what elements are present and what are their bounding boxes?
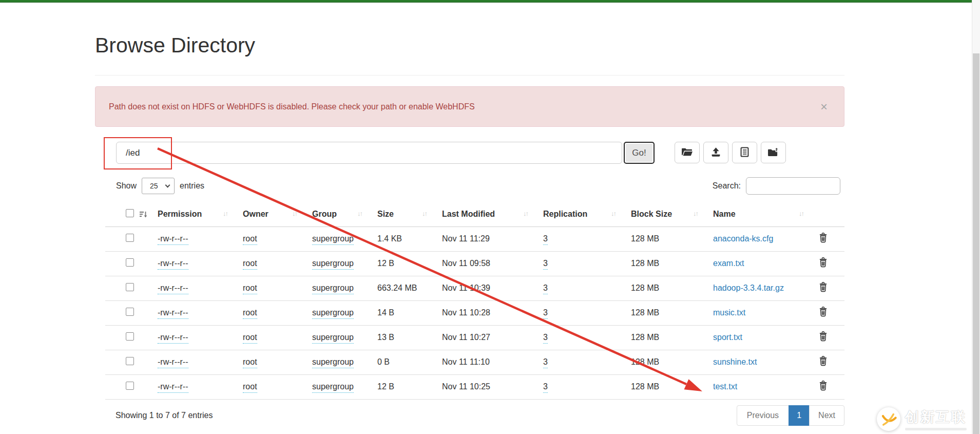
replication-value[interactable]: 3 [543,382,548,393]
permission-value[interactable]: -rw-r--r-- [158,284,188,294]
table-row: -rw-r--r-- root supergroup 663.24 MB Nov… [105,276,844,300]
file-name-link[interactable]: music.txt [713,308,745,317]
replication-value[interactable]: 3 [543,333,548,344]
owner-value[interactable]: root [243,259,257,270]
group-value[interactable]: supergroup [312,259,354,270]
trash-icon [819,257,828,269]
permission-value[interactable]: -rw-r--r-- [158,259,188,270]
sort-descending-icon[interactable] [140,211,147,220]
owner-value[interactable]: root [243,382,257,393]
block-size-value: 128 MB [625,227,707,251]
permission-value[interactable]: -rw-r--r-- [158,357,188,368]
search-label: Search: [713,181,741,191]
replication-value[interactable]: 3 [543,234,548,245]
group-value[interactable]: supergroup [312,284,354,294]
file-name-link[interactable]: sport.txt [713,333,742,342]
column-header-replication[interactable]: Replication ↓↑ [537,202,625,227]
sort-icon[interactable]: ↓↑ [611,210,616,217]
row-select-checkbox[interactable] [126,357,134,365]
delete-file-button[interactable] [819,356,828,368]
pagination-previous[interactable]: Previous [737,405,789,426]
sort-icon[interactable]: ↓↑ [223,210,227,217]
file-name-link[interactable]: test.txt [713,382,737,391]
alert-close-button[interactable]: × [817,100,831,114]
column-header-modified[interactable]: Last Modified ↓↑ [436,202,537,227]
delete-file-button[interactable] [819,307,828,318]
upload-icon [710,147,721,159]
sort-icon[interactable]: ↓↑ [357,210,362,217]
delete-file-button[interactable] [819,233,828,244]
replication-value[interactable]: 3 [543,308,548,319]
group-value[interactable]: supergroup [312,357,354,368]
vertical-scrollbar[interactable] [972,0,980,434]
file-name-link[interactable]: sunshine.txt [713,357,757,366]
file-name-link[interactable]: hadoop-3.3.4.tar.gz [713,284,784,292]
pagination-next[interactable]: Next [809,405,844,426]
sort-icon[interactable]: ↓↑ [693,210,698,217]
page-size-select[interactable]: 25 [142,178,175,194]
delete-file-button[interactable] [819,381,828,392]
size-value: 14 B [371,300,436,325]
go-button[interactable]: Go! [624,142,655,164]
replication-value[interactable]: 3 [543,357,548,368]
column-header-select[interactable] [105,202,151,227]
column-header-block-size[interactable]: Block Size ↓↑ [625,202,707,227]
sort-icon[interactable]: ↓↑ [523,210,528,217]
delete-file-button[interactable] [819,282,828,294]
column-header-name[interactable]: Name ↓↑ [707,202,813,227]
column-header-owner[interactable]: Owner ↓↑ [237,202,306,227]
owner-value[interactable]: root [243,234,257,245]
owner-value[interactable]: root [243,308,257,319]
replication-value[interactable]: 3 [543,284,548,294]
folder-open-button[interactable] [675,142,700,163]
file-table-body: -rw-r--r-- root supergroup 1.4 KB Nov 11… [105,227,844,399]
permission-value[interactable]: -rw-r--r-- [158,308,188,319]
select-all-checkbox[interactable] [126,209,134,217]
row-select-checkbox[interactable] [126,234,134,242]
row-select-checkbox[interactable] [126,332,134,341]
column-header-group[interactable]: Group ↓↑ [306,202,371,227]
delete-file-button[interactable] [819,331,828,343]
group-value[interactable]: supergroup [312,382,354,393]
file-name-link[interactable]: anaconda-ks.cfg [713,234,773,243]
sort-icon[interactable]: ↓↑ [799,210,803,217]
group-value[interactable]: supergroup [312,234,354,245]
group-value[interactable]: supergroup [312,308,354,319]
search-input[interactable] [746,177,840,195]
modified-value: Nov 11 11:10 [436,350,537,374]
trash-icon [819,307,828,318]
row-select-checkbox[interactable] [126,382,134,390]
scrollbar-thumb[interactable] [973,53,979,434]
clipboard-list-button[interactable] [732,142,757,163]
folder-open-icon [681,147,693,158]
block-size-value: 128 MB [625,374,707,399]
watermark-text: 创新互联 [905,408,967,426]
block-size-value: 128 MB [625,276,707,300]
row-select-checkbox[interactable] [126,283,134,291]
entries-summary: Showing 1 to 7 of 7 entries [116,411,213,420]
column-header-permission[interactable]: Permission ↓↑ [151,202,237,227]
owner-value[interactable]: root [243,333,257,344]
path-input[interactable] [116,142,622,164]
sort-icon[interactable]: ↓↑ [422,210,427,217]
delete-file-button[interactable] [819,257,828,269]
permission-value[interactable]: -rw-r--r-- [158,234,188,245]
owner-value[interactable]: root [243,357,257,368]
row-select-checkbox[interactable] [126,258,134,267]
column-header-size[interactable]: Size ↓↑ [371,202,436,227]
upload-button[interactable] [703,142,728,163]
table-row: -rw-r--r-- root supergroup 0 B Nov 11 11… [105,350,844,374]
row-select-checkbox[interactable] [126,308,134,316]
file-name-link[interactable]: exam.txt [713,259,744,268]
search-area: Search: [713,177,840,195]
sort-icon[interactable]: ↓↑ [292,210,297,217]
pagination-page-1[interactable]: 1 [789,405,810,426]
folder-upload-button[interactable] [761,142,786,163]
file-table: Permission ↓↑ Owner ↓↑ Group ↓↑ Size ↓↑ … [105,202,844,400]
group-value[interactable]: supergroup [312,333,354,344]
owner-value[interactable]: root [243,284,257,294]
permission-value[interactable]: -rw-r--r-- [158,382,188,393]
permission-value[interactable]: -rw-r--r-- [158,333,188,344]
replication-value[interactable]: 3 [543,259,548,270]
modified-value: Nov 11 10:25 [436,374,537,399]
